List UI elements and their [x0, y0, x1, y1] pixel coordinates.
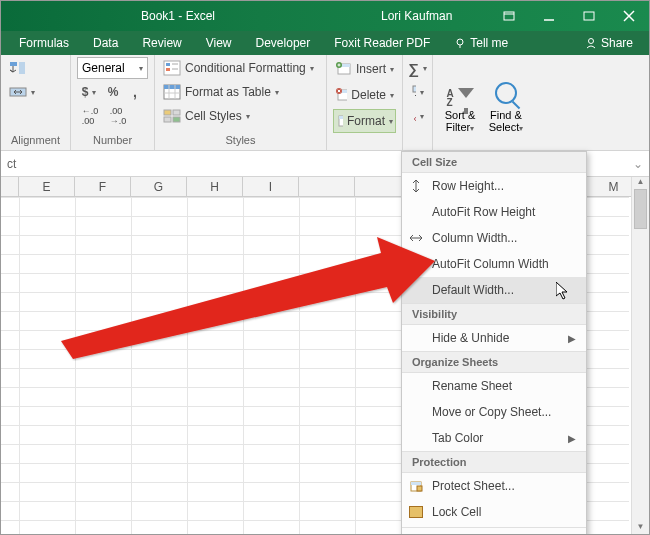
menu-section-organize: Organize Sheets: [402, 351, 586, 373]
menu-default-width[interactable]: Default Width...: [402, 277, 586, 303]
minimize-icon[interactable]: [529, 1, 569, 31]
ribbon-tabs: Formulas Data Review View Developer Foxi…: [1, 31, 649, 55]
tab-foxit[interactable]: Foxit Reader PDF: [322, 31, 442, 55]
insert-button[interactable]: Insert▾: [333, 57, 396, 81]
conditional-formatting-button[interactable]: Conditional Formatting▾: [161, 57, 320, 79]
menu-rename-sheet[interactable]: Rename Sheet: [402, 373, 586, 399]
number-format-combo[interactable]: General ▾: [77, 57, 148, 79]
group-number: General ▾ $▾ % , ←.0.00 .00→.0 Number: [71, 55, 155, 150]
vertical-scrollbar[interactable]: ▲ ▼: [631, 177, 649, 534]
comma-icon: ,: [133, 84, 137, 100]
menu-column-width[interactable]: Column Width...: [402, 225, 586, 251]
svg-rect-44: [411, 482, 421, 485]
fill-button[interactable]: ▾: [409, 81, 426, 103]
menu-lock-cell[interactable]: Lock Cell: [402, 499, 586, 525]
menu-protect-sheet[interactable]: Protect Sheet...: [402, 473, 586, 499]
submenu-arrow-icon: ▶: [568, 333, 576, 344]
cell-styles-button[interactable]: Cell Styles▾: [161, 105, 320, 127]
col-header[interactable]: [299, 177, 355, 196]
protect-icon: [408, 478, 424, 494]
percent-button[interactable]: %: [103, 81, 123, 103]
group-editing-small: ∑▾ ▾ ▾: [403, 55, 433, 150]
window-title: Book1 - Excel: [141, 9, 215, 23]
table-icon: [163, 84, 181, 100]
format-dropdown-menu: Cell Size Row Height... AutoFit Row Heig…: [401, 151, 587, 535]
menu-autofit-row[interactable]: AutoFit Row Height: [402, 199, 586, 225]
scrollbar-thumb[interactable]: [634, 189, 647, 229]
clear-button[interactable]: ▾: [409, 105, 426, 127]
format-icon: [336, 113, 343, 129]
currency-button[interactable]: $▾: [77, 81, 101, 103]
dec-decimal-icon: .00→.0: [110, 106, 127, 126]
decrease-decimal-button[interactable]: .00→.0: [105, 105, 131, 127]
sigma-icon: ∑: [408, 60, 419, 77]
scroll-down-icon[interactable]: ▼: [632, 522, 649, 534]
col-header[interactable]: G: [131, 177, 187, 196]
titlebar: Book1 - Excel Lori Kaufman: [1, 1, 649, 31]
svg-rect-26: [173, 117, 180, 122]
col-header[interactable]: E: [19, 177, 75, 196]
maximize-icon[interactable]: [569, 1, 609, 31]
group-styles: Conditional Formatting▾ Format as Table▾…: [155, 55, 327, 150]
row-height-icon: [408, 178, 424, 194]
delete-icon: [335, 87, 347, 103]
find-select-button[interactable]: Find & Select▾: [483, 59, 529, 150]
fill-down-icon: [411, 85, 416, 99]
tell-me[interactable]: Tell me: [442, 31, 520, 55]
svg-point-8: [588, 39, 593, 44]
svg-rect-10: [19, 62, 25, 74]
col-width-icon: [408, 230, 424, 246]
wrap-text-button[interactable]: [7, 57, 64, 79]
inc-decimal-icon: ←.0.00: [82, 106, 99, 126]
formula-expand-icon[interactable]: ⌄: [627, 157, 649, 171]
svg-rect-39: [413, 86, 416, 92]
tab-data[interactable]: Data: [81, 31, 130, 55]
col-header[interactable]: H: [187, 177, 243, 196]
funnel-icon: [458, 88, 474, 98]
eraser-icon: [411, 109, 416, 123]
svg-rect-14: [166, 63, 170, 66]
col-header[interactable]: I: [243, 177, 299, 196]
excel-window: Book1 - Excel Lori Kaufman Formulas Data…: [0, 0, 650, 535]
menu-tab-color[interactable]: Tab Color▶: [402, 425, 586, 451]
share-button[interactable]: Share: [575, 36, 643, 50]
close-icon[interactable]: [609, 1, 649, 31]
menu-format-cells[interactable]: Format Cells...: [402, 530, 586, 535]
menu-section-cellsize: Cell Size: [402, 152, 586, 173]
sort-filter-button[interactable]: AZ Sort & Filter▾: [437, 59, 483, 150]
chevron-down-icon: ▾: [31, 88, 35, 97]
svg-point-6: [457, 39, 463, 45]
format-button[interactable]: Format▾: [333, 109, 396, 133]
menu-hide-unhide[interactable]: Hide & Unhide▶: [402, 325, 586, 351]
menu-autofit-col[interactable]: AutoFit Column Width: [402, 251, 586, 277]
tab-view[interactable]: View: [194, 31, 244, 55]
wrap-icon: [9, 60, 27, 76]
merge-icon: [9, 84, 27, 100]
lock-icon: [408, 504, 424, 520]
svg-rect-45: [417, 486, 422, 491]
insert-icon: [335, 61, 352, 77]
comma-button[interactable]: ,: [125, 81, 145, 103]
scroll-up-icon[interactable]: ▲: [632, 177, 649, 189]
group-editing-big: AZ Sort & Filter▾ Find & Select▾: [433, 55, 649, 150]
person-icon: [585, 37, 597, 49]
svg-rect-24: [173, 110, 180, 115]
menu-move-copy[interactable]: Move or Copy Sheet...: [402, 399, 586, 425]
ribbon-display-icon[interactable]: [489, 1, 529, 31]
merge-center-button[interactable]: ▾: [7, 81, 64, 103]
search-icon: [495, 82, 517, 104]
user-name: Lori Kaufman: [381, 9, 452, 23]
menu-row-height[interactable]: Row Height...: [402, 173, 586, 199]
percent-icon: %: [108, 85, 119, 99]
delete-button[interactable]: Delete▾: [333, 83, 396, 107]
autosum-button[interactable]: ∑▾: [409, 57, 426, 79]
svg-rect-15: [166, 68, 170, 71]
ribbon: ▾ Alignment General ▾ $▾ % , ←.0.00 .00→…: [1, 55, 649, 151]
svg-rect-25: [164, 117, 171, 122]
tab-formulas[interactable]: Formulas: [7, 31, 81, 55]
increase-decimal-button[interactable]: ←.0.00: [77, 105, 103, 127]
tab-review[interactable]: Review: [130, 31, 193, 55]
format-as-table-button[interactable]: Format as Table▾: [161, 81, 320, 103]
col-header[interactable]: F: [75, 177, 131, 196]
tab-developer[interactable]: Developer: [244, 31, 323, 55]
